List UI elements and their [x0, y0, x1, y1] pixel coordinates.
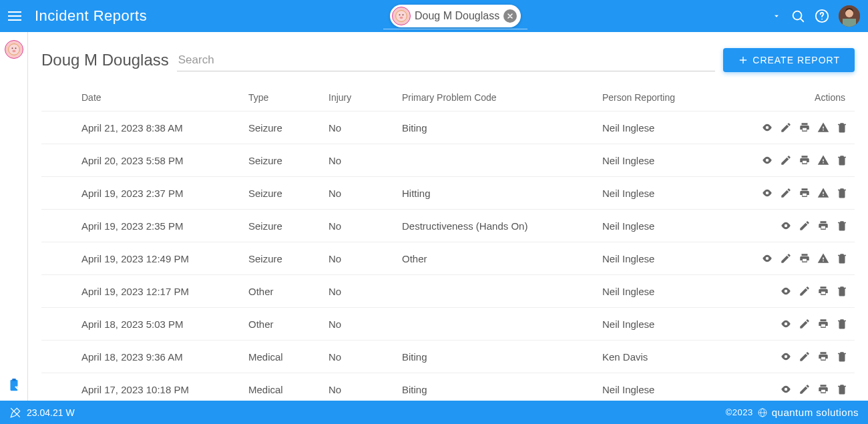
table-row[interactable]: April 20, 2023 5:58 PMSeizureNoNeil Ingl… [41, 144, 855, 176]
delete-icon[interactable] [836, 351, 848, 363]
edit-icon[interactable] [799, 383, 811, 395]
table-row[interactable]: April 19, 2023 12:49 PMSeizureNoOtherNei… [41, 242, 855, 274]
search-icon[interactable] [791, 9, 805, 23]
svg-point-11 [8, 44, 19, 55]
top-bar: Incident Reports Doug M Douglass [0, 0, 868, 32]
col-injury[interactable]: Injury [329, 92, 402, 103]
help-icon[interactable] [815, 9, 829, 23]
table-row[interactable]: April 18, 2023 5:03 PMOtherNoNeil Ingles… [41, 307, 855, 340]
warning-icon[interactable] [817, 252, 829, 264]
create-report-button[interactable]: CREATE REPORT [723, 48, 855, 72]
print-icon[interactable] [817, 383, 829, 395]
clipboard-icon[interactable] [7, 378, 21, 393]
table-row[interactable]: April 19, 2023 2:37 PMSeizureNoHittingNe… [41, 176, 855, 209]
menu-icon[interactable] [8, 8, 24, 24]
person-chip[interactable]: Doug M Douglass [390, 5, 521, 27]
cell-type: Other [248, 319, 329, 330]
cell-injury: No [329, 286, 402, 297]
cell-reporter: Neil Inglese [602, 155, 756, 166]
search-input[interactable] [177, 49, 716, 71]
user-avatar[interactable] [839, 5, 860, 27]
view-icon[interactable] [761, 122, 773, 134]
warning-icon[interactable] [817, 122, 829, 134]
cell-type: Seizure [248, 188, 329, 199]
edit-icon[interactable] [780, 187, 792, 199]
view-icon[interactable] [780, 351, 792, 363]
print-icon[interactable] [799, 154, 811, 166]
table-row[interactable]: April 17, 2023 10:18 PMMedicalNoBitingNe… [41, 373, 855, 401]
svg-point-7 [821, 19, 823, 20]
svg-rect-16 [12, 379, 16, 381]
view-icon[interactable] [780, 383, 792, 395]
edit-icon[interactable] [799, 318, 811, 330]
warning-icon[interactable] [817, 187, 829, 199]
cell-date: April 18, 2023 5:03 PM [81, 319, 248, 330]
print-icon[interactable] [799, 187, 811, 199]
view-icon[interactable] [780, 285, 792, 297]
delete-icon[interactable] [836, 383, 848, 395]
svg-point-24 [785, 355, 788, 359]
print-icon[interactable] [817, 351, 829, 363]
cell-date: April 17, 2023 10:18 PM [81, 384, 248, 395]
row-actions [756, 351, 855, 363]
table-row[interactable]: April 18, 2023 9:36 AMMedicalNoBitingKen… [41, 340, 855, 373]
edit-icon[interactable] [780, 154, 792, 166]
close-icon[interactable] [503, 9, 517, 23]
table-row[interactable]: April 19, 2023 12:17 PMOtherNoNeil Ingle… [41, 274, 855, 307]
svg-point-17 [766, 126, 769, 130]
svg-point-3 [400, 17, 403, 19]
delete-icon[interactable] [836, 122, 848, 134]
edit-footer-icon[interactable] [9, 407, 21, 419]
delete-icon[interactable] [836, 252, 848, 264]
col-type[interactable]: Type [248, 92, 329, 103]
cell-injury: No [329, 122, 402, 134]
svg-point-21 [766, 257, 769, 260]
delete-icon[interactable] [836, 220, 848, 232]
cell-date: April 19, 2023 12:17 PM [81, 286, 248, 297]
col-reporter[interactable]: Person Reporting [602, 92, 756, 103]
table-body: April 21, 2023 8:38 AMSeizureNoBitingNei… [41, 111, 855, 401]
rail-avatar-icon[interactable] [5, 40, 23, 59]
cell-date: April 18, 2023 9:36 AM [81, 351, 248, 363]
footer-bar: 23.04.21 W ©2023 quantum solutions [0, 401, 868, 424]
warning-icon[interactable] [817, 154, 829, 166]
print-icon[interactable] [799, 252, 811, 264]
delete-icon[interactable] [836, 318, 848, 330]
cell-injury: No [329, 188, 402, 199]
edit-icon[interactable] [780, 252, 792, 264]
table-row[interactable]: April 19, 2023 2:35 PMSeizureNoDestructi… [41, 209, 855, 242]
cell-type: Seizure [248, 220, 329, 232]
globe-icon [757, 407, 768, 418]
reports-table: Date Type Injury Primary Problem Code Pe… [41, 84, 855, 401]
col-date[interactable]: Date [81, 92, 248, 103]
edit-icon[interactable] [799, 220, 811, 232]
edit-icon[interactable] [799, 285, 811, 297]
version-label: 23.04.21 W [27, 407, 75, 418]
cell-injury: No [329, 319, 402, 330]
print-icon[interactable] [817, 285, 829, 297]
delete-icon[interactable] [836, 154, 848, 166]
table-row[interactable]: April 21, 2023 8:38 AMSeizureNoBitingNei… [41, 111, 855, 144]
view-icon[interactable] [761, 187, 773, 199]
print-icon[interactable] [817, 220, 829, 232]
view-icon[interactable] [780, 220, 792, 232]
cell-injury: No [329, 384, 402, 395]
view-icon[interactable] [780, 318, 792, 330]
dropdown-icon[interactable] [772, 11, 781, 21]
delete-icon[interactable] [836, 187, 848, 199]
view-icon[interactable] [761, 252, 773, 264]
cell-reporter: Neil Inglese [602, 286, 756, 297]
delete-icon[interactable] [836, 285, 848, 297]
print-icon[interactable] [799, 122, 811, 134]
col-problem[interactable]: Primary Problem Code [402, 92, 602, 103]
view-icon[interactable] [761, 154, 773, 166]
print-icon[interactable] [817, 318, 829, 330]
cell-problem: Biting [402, 122, 602, 134]
svg-point-14 [12, 50, 15, 52]
cell-reporter: Ken Davis [602, 351, 756, 363]
row-actions [756, 252, 855, 264]
edit-icon[interactable] [780, 122, 792, 134]
cell-type: Other [248, 286, 329, 297]
cell-reporter: Neil Inglese [602, 384, 756, 395]
edit-icon[interactable] [799, 351, 811, 363]
